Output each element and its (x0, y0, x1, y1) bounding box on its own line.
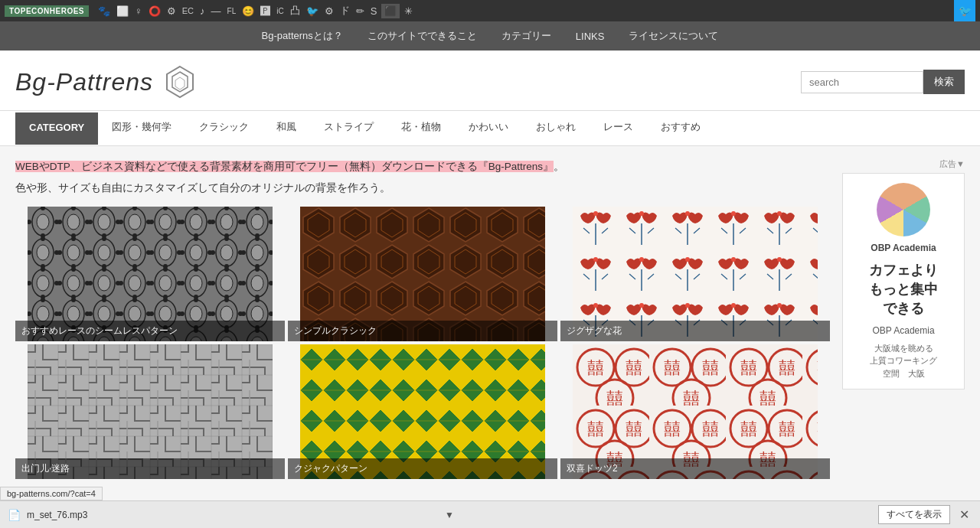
toolbar-icon-5[interactable]: ⚙ (165, 5, 178, 17)
tab-geometric[interactable]: 図形・幾何学 (98, 111, 185, 145)
nav-item-features[interactable]: このサイトでできること (368, 29, 477, 43)
toolbar-icon-3[interactable]: ♀ (133, 5, 144, 17)
tab-classic[interactable]: クラシック (185, 111, 263, 145)
pattern-card-4[interactable]: 出门儿·迷路 (15, 344, 285, 479)
search-area: 検索 (801, 70, 965, 94)
pattern-label-6: 双喜ドッツ2 (560, 458, 830, 479)
toolbar-icon-12[interactable]: iC (275, 7, 285, 15)
toolbar-icon-17[interactable]: ✏ (354, 5, 366, 17)
svg-marker-2 (175, 77, 185, 90)
toolbar-icon-2[interactable]: ⬜ (115, 5, 130, 17)
pattern-label-4: 出门儿·迷路 (15, 458, 285, 479)
pattern-label-2: シンプルクラシック (288, 321, 557, 341)
pattern-label-3: ジグザグな花 (560, 321, 830, 341)
site-title-area: Bg-Pattrens (15, 64, 198, 99)
ad-description: 大阪城を眺める上質コワーキング空間 大阪 (852, 342, 955, 380)
tab-lace[interactable]: レース (590, 111, 647, 145)
tab-stylish[interactable]: おしゃれ (522, 111, 590, 145)
url-tooltip: bg-patterns.com/?cat=4 (0, 487, 103, 491)
search-input[interactable] (801, 71, 923, 93)
pattern-card-6[interactable]: 囍 囍 囍 双喜ドッツ2 (560, 344, 830, 479)
pattern-card-3[interactable]: ジグザグな花 (560, 207, 830, 341)
pattern-card-1[interactable]: おすすめレースのシームレスパターン (15, 207, 285, 341)
toolbar-icon-4[interactable]: ⭕ (147, 5, 162, 17)
main-content: WEBやDTP、ビジネス資料などで使える背景素材を商用可でフリー（無料）ダウンロ… (0, 146, 980, 491)
ad-headline: カフェよりもっと集中できる (852, 261, 955, 319)
intro-text: WEBやDTP、ビジネス資料などで使える背景素材を商用可でフリー（無料）ダウンロ… (15, 158, 830, 196)
nav-item-links[interactable]: LINKS (576, 31, 605, 42)
tab-cute[interactable]: かわいい (455, 111, 522, 145)
ad-box[interactable]: OBP Academia カフェよりもっと集中できる OBP Academia … (842, 173, 965, 389)
pattern-grid: おすすめレースのシームレスパターン シンプルクラシック (15, 207, 830, 479)
toolbar-icon-13[interactable]: 凸 (289, 4, 302, 18)
toolbar-icon-7[interactable]: ♪ (198, 5, 207, 17)
top-toolbar: TOPECONHEROES 🐾 ⬜ ♀ ⭕ ⚙ EC ♪ — FL 😊 🅿 iC… (0, 0, 980, 21)
toolbar-icon-10[interactable]: 😊 (240, 5, 256, 17)
intro-line2: 色や形、サイズも自由にカスタマイズして自分のオリジナルの背景を作ろう。 (15, 180, 830, 197)
tab-stripe[interactable]: ストライプ (310, 111, 387, 145)
toolbar-icon-14[interactable]: 🐦 (305, 5, 320, 17)
svg-marker-1 (172, 72, 188, 92)
ad-logo (877, 183, 930, 236)
nav-bar: Bg-patternsとは？ このサイトでできること カテゴリー LINKS ラ… (0, 21, 980, 51)
intro-highlight: WEBやDTP、ビジネス資料などで使える背景素材を商用可でフリー（無料）ダウンロ… (15, 161, 554, 172)
nav-item-about[interactable]: Bg-patternsとは？ (262, 29, 343, 43)
twitter-button[interactable]: 🐦 (954, 0, 975, 21)
left-content: WEBやDTP、ビジネス資料などで使える背景素材を商用可でフリー（無料）ダウンロ… (15, 158, 830, 479)
pattern-label-1: おすすめレースのシームレスパターン (15, 321, 285, 341)
intro-line1: WEBやDTP、ビジネス資料などで使える背景素材を商用可でフリー（無料）ダウンロ… (15, 158, 830, 175)
pattern-card-5[interactable]: クジャクパターン (288, 344, 557, 479)
category-bar: CATEGORY 図形・幾何学 クラシック 和風 ストライプ 花・植物 かわいい… (0, 111, 980, 146)
pattern-label-5: クジャクパターン (288, 458, 557, 479)
toolbar-icon-1[interactable]: 🐾 (96, 5, 112, 17)
ad-brand: OBP Academia (852, 243, 955, 253)
toolbar-icon-11[interactable]: 🅿 (259, 5, 272, 17)
toolbar-icon-18[interactable]: S (369, 5, 379, 17)
toolbar-icon-19[interactable]: ⬛ (381, 4, 400, 18)
toolbar-icon-15[interactable]: ⚙ (323, 5, 335, 17)
tab-recommended[interactable]: おすすめ (647, 111, 714, 145)
toolbar-icon-16[interactable]: ド (338, 4, 351, 18)
ad-sub: OBP Academia (852, 325, 955, 336)
nav-item-license[interactable]: ライセンスについて (629, 29, 718, 43)
tab-category[interactable]: CATEGORY (15, 112, 98, 145)
pattern-card-2[interactable]: シンプルクラシック (288, 207, 557, 341)
tab-floral[interactable]: 花・植物 (387, 111, 455, 145)
toolbar-icon-8[interactable]: — (210, 5, 223, 17)
logo-badge[interactable]: TOPECONHEROES (5, 5, 89, 17)
ad-label[interactable]: 広告▼ (842, 158, 965, 170)
toolbar-icon-6[interactable]: EC (181, 6, 195, 15)
svg-marker-0 (167, 67, 193, 97)
nav-item-category[interactable]: カテゴリー (501, 29, 551, 43)
toolbar-icon-20[interactable]: ✳ (403, 5, 414, 17)
tab-japanese[interactable]: 和風 (263, 111, 310, 145)
site-logo (162, 64, 198, 99)
toolbar-icon-9[interactable]: FL (226, 7, 238, 15)
site-title: Bg-Pattrens (15, 68, 153, 96)
site-header: Bg-Pattrens 検索 (0, 51, 980, 111)
search-button[interactable]: 検索 (923, 70, 965, 94)
ad-sidebar: 広告▼ OBP Academia カフェよりもっと集中できる OBP Acade… (842, 158, 965, 479)
